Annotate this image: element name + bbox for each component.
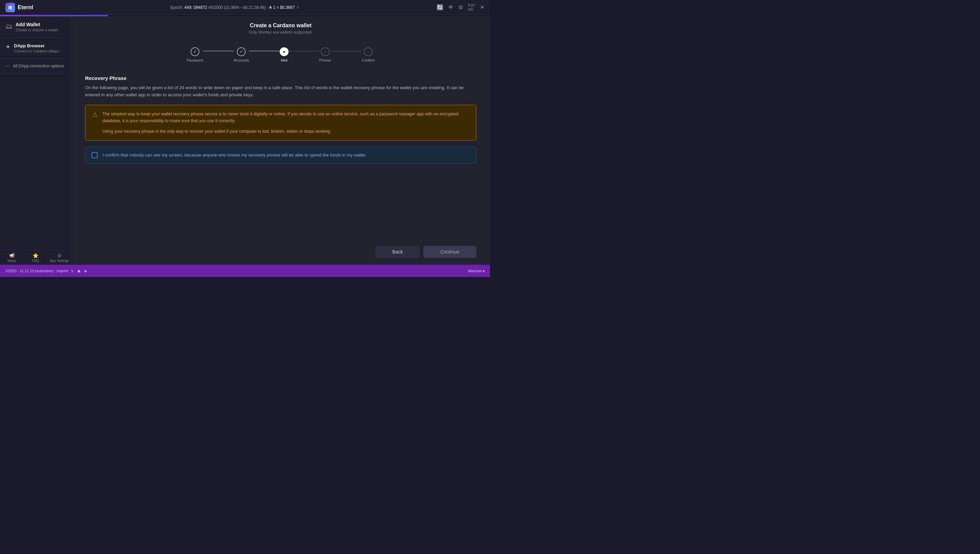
discord-icon[interactable]: ◈ — [84, 269, 87, 273]
main-header: Create a Cardano wallet Only Shelley era… — [72, 16, 490, 40]
sidebar-middle: ✦ DApp Browser Connect to Cardano dApps.… — [0, 38, 71, 250]
eye-icon[interactable]: 👁 — [448, 5, 453, 11]
step-circle-accounts: ✓ — [237, 47, 246, 56]
news-icon: 📢 — [9, 253, 14, 258]
app-settings-icon: ⚙ — [57, 253, 62, 258]
top-bar: ⊞ Eternl Epoch: 449: 094872 /432000 (21.… — [0, 0, 490, 15]
warning-text: The simplest way to keep your wallet rec… — [102, 111, 469, 135]
settings-icon[interactable]: ⚙ — [458, 4, 463, 11]
step-phrase: ○ Phrase — [319, 47, 331, 62]
footer-social: 𝕏 ◉ ◈ — [71, 269, 87, 273]
step-password: ✓ Password — [187, 47, 203, 62]
warning-line-1: The simplest way to keep your wallet rec… — [102, 111, 469, 124]
confirm-row: I confirm that nobody can see my screen,… — [85, 146, 476, 164]
nav-news-label: News — [8, 259, 16, 263]
section-title: Recovery Phrase — [85, 75, 476, 81]
dapp-subtitle: Connect to Cardano dApps. — [14, 49, 60, 53]
wallet-title: Add Wallet — [16, 22, 59, 27]
sidebar-conn-options[interactable]: ⋯ All DApp connection options — [0, 59, 71, 73]
logo-icon: ⊞ — [5, 3, 15, 12]
connector-2 — [249, 51, 280, 51]
connector-3 — [288, 51, 319, 51]
sidebar: 🗂 Add Wallet Create or restore a wallet.… — [0, 16, 72, 265]
nav-settings-label: App Settings — [50, 259, 69, 263]
conn-icon: ⋯ — [5, 64, 10, 68]
sidebar-bottom-nav: 📢 News ⭐ FAQ ⚙ App Settings — [0, 250, 71, 265]
content-area: Recovery Phrase On the following page, y… — [72, 68, 490, 246]
reddit-icon[interactable]: ◉ — [77, 269, 81, 273]
step-label-hint: Hint — [281, 58, 288, 62]
step-circle-hint: ● — [280, 47, 288, 56]
top-bar-icons: 🔄 👁 ⚙ P2P0/0 ☀ — [437, 3, 485, 11]
conn-label: All DApp connection options — [13, 64, 64, 68]
step-label-confirm: Confirm — [362, 58, 375, 62]
confirm-label[interactable]: I confirm that nobody can see my screen,… — [102, 152, 366, 159]
dapp-icon: ✦ — [5, 43, 11, 51]
step-accounts: ✓ Accounts — [234, 47, 249, 62]
nav-faq-label: FAQ — [32, 259, 39, 263]
step-confirm: ○ Confirm — [362, 47, 375, 62]
step-label-password: Password — [187, 58, 203, 62]
footer-left: ©2023 · v1.11.13 (extension) · Imprint 𝕏… — [5, 269, 87, 273]
warning-box: ⚠ The simplest way to keep your wallet r… — [85, 105, 476, 141]
page-title: Create a Cardano wallet — [72, 22, 490, 29]
section-description: On the following page, you will be given… — [85, 84, 476, 99]
stepper: ✓ Password ✓ Accounts ● Hint ○ Phrase — [72, 40, 490, 68]
sidebar-dapp-browser[interactable]: ✦ DApp Browser Connect to Cardano dApps. — [0, 38, 71, 59]
sun-icon[interactable]: ☀ — [480, 4, 485, 11]
wallet-icon: 🗂 — [5, 22, 12, 30]
twitter-icon[interactable]: 𝕏 — [71, 269, 74, 273]
step-circle-phrase: ○ — [321, 47, 330, 56]
step-label-phrase: Phrase — [319, 58, 331, 62]
epoch-info: Epoch: 449: 094872 /432000 (21.96% ~3d 2… — [170, 5, 299, 10]
footer-network: Mainnet ♦ — [468, 269, 485, 273]
step-hint: ● Hint — [280, 47, 288, 62]
step-circle-confirm: ○ — [364, 47, 372, 56]
footer: ©2023 · v1.11.13 (extension) · Imprint 𝕏… — [0, 265, 490, 277]
page-subtitle: Only Shelley era wallets supported. — [72, 30, 490, 35]
connector-4 — [331, 51, 362, 51]
continue-button[interactable]: Continue — [423, 246, 476, 258]
nav-news[interactable]: 📢 News — [0, 250, 24, 265]
faq-icon: ⭐ — [33, 253, 38, 258]
main-content: Create a Cardano wallet Only Shelley era… — [72, 16, 490, 265]
step-label-accounts: Accounts — [234, 58, 249, 62]
app-name: Eternl — [18, 5, 33, 11]
p2p-icon[interactable]: P2P0/0 — [468, 3, 475, 11]
sidebar-add-wallet: 🗂 Add Wallet Create or restore a wallet. — [0, 16, 71, 38]
warning-line-2: Using your recovery phrase is the only w… — [102, 128, 469, 135]
dapp-title: DApp Browser — [14, 43, 60, 48]
warning-icon: ⚠ — [92, 111, 98, 118]
nav-faq[interactable]: ⭐ FAQ — [24, 250, 48, 265]
app-logo: ⊞ Eternl — [5, 3, 33, 12]
main-layout: 🗂 Add Wallet Create or restore a wallet.… — [0, 16, 490, 265]
nav-app-settings[interactable]: ⚙ App Settings — [48, 250, 71, 265]
connector-1 — [203, 51, 234, 51]
step-circle-password: ✓ — [191, 47, 199, 56]
footer-copyright: ©2023 · v1.11.13 (extension) · Imprint — [5, 269, 68, 273]
button-row: Back Continue — [72, 246, 490, 265]
refresh-icon[interactable]: 🔄 — [437, 4, 443, 11]
wallet-subtitle: Create or restore a wallet. — [16, 28, 59, 32]
back-button[interactable]: Back — [375, 246, 420, 258]
confirm-checkbox[interactable] — [92, 152, 98, 158]
